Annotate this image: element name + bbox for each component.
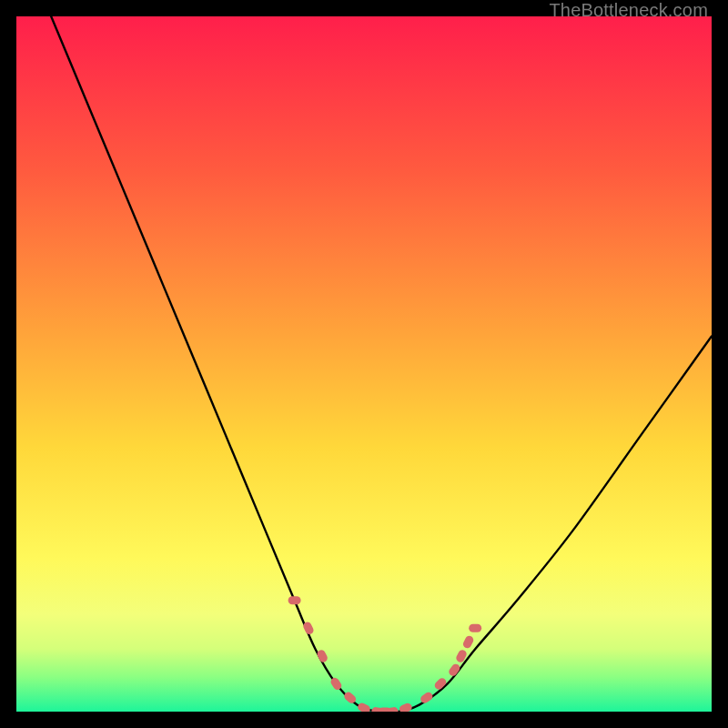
- marker-dot: [288, 596, 301, 604]
- chart-svg: [16, 16, 712, 712]
- gradient-background: [16, 16, 712, 712]
- marker-dot: [469, 624, 481, 632]
- watermark-text: TheBottleneck.com: [549, 0, 708, 21]
- chart-frame: [16, 16, 712, 712]
